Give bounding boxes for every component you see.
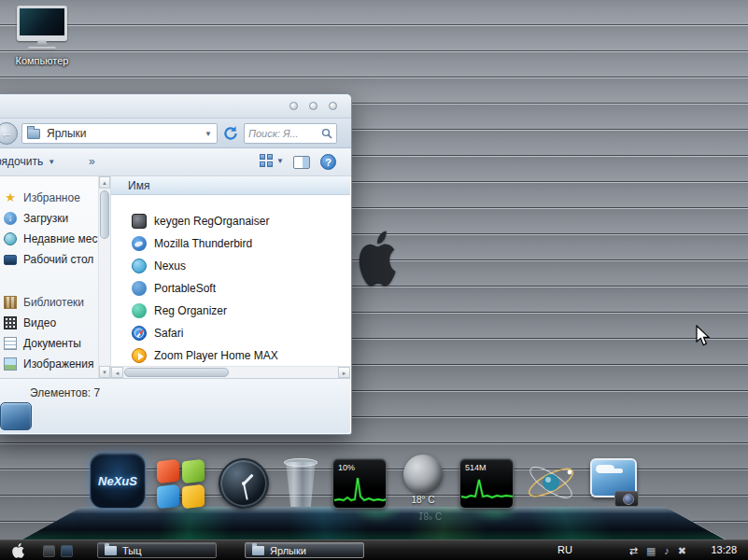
desktop-folder-icon (4, 255, 17, 265)
close-button[interactable] (329, 102, 337, 110)
sidebar-item-label: Избранное (23, 191, 80, 204)
maximize-button[interactable] (309, 102, 318, 110)
sidebar-item-label: Рабочий стол (23, 253, 93, 266)
sidebar-item-pictures[interactable]: Изображения (0, 354, 110, 374)
refresh-button[interactable] (222, 125, 239, 142)
dock-item-cpu-meter[interactable]: 10% (332, 458, 387, 509)
organize-button[interactable]: рядочить ▼ (0, 155, 55, 168)
desktop-icon-computer[interactable]: Компьютер (6, 6, 78, 66)
clock-minute-hand (243, 483, 248, 500)
window-titlebar[interactable] (0, 94, 351, 119)
sidebar-item-recent-places[interactable]: Недавние мест (0, 229, 110, 249)
file-list-item[interactable]: Safari (111, 322, 350, 344)
quick-launch-icon-1[interactable] (43, 545, 55, 557)
sidebar-item-label: Загрузки (23, 212, 68, 225)
chevron-down-icon[interactable]: ▼ (205, 130, 212, 138)
tray-remove-device-icon[interactable]: ✖ (678, 545, 686, 557)
taskbar-button-tyts[interactable]: Тыц (97, 542, 217, 558)
file-list-item[interactable]: PortableSoft (111, 277, 350, 300)
dock-item-recycle-bin[interactable] (280, 456, 321, 509)
search-icon (321, 128, 332, 139)
dock-item-ram-meter[interactable]: 514M (459, 458, 514, 509)
sidebar-item-downloads[interactable]: ↓ Загрузки (0, 208, 110, 229)
desktop-root: Компьютер ← Ярлыки ▼ (0, 0, 748, 560)
app-icon-nexus (132, 259, 147, 273)
scroll-down-button[interactable]: ▼ (99, 366, 110, 378)
chevron-down-icon: ▼ (48, 158, 55, 166)
status-text: Элементов: 7 (30, 386, 100, 399)
nexus-logo-label: NeXuS (98, 474, 137, 488)
file-list-item[interactable]: Nexus (111, 255, 350, 277)
star-icon: ★ (4, 191, 17, 204)
ram-value: 514M (465, 463, 487, 472)
chevron-down-icon: ▼ (276, 157, 284, 165)
dock-item-gallery[interactable] (588, 456, 641, 509)
taskbar: Тыц Ярлыки RU ⇄ ▦ ♪ ✖ 13:28 (0, 539, 748, 560)
file-name: keygen RegOrganaiser (154, 215, 269, 228)
toolbar-overflow-chevron[interactable]: » (89, 155, 95, 168)
app-icon-reg-organizer (132, 303, 147, 318)
sidebar-scrollbar[interactable]: ▲ ▼ (98, 176, 110, 378)
windows-logo-icon (157, 459, 179, 484)
scroll-up-button[interactable]: ▲ (99, 176, 110, 189)
help-button[interactable]: ? (320, 154, 336, 170)
sidebar-section-favorites[interactable]: ★ Избранное (0, 188, 110, 208)
file-name: PortableSoft (154, 282, 216, 295)
search-input[interactable] (248, 128, 321, 139)
search-box (244, 123, 337, 144)
navigation-bar: ← Ярлыки ▼ (0, 119, 351, 148)
taskbar-button-yarlyki[interactable]: Ярлыки (245, 542, 364, 558)
horizontal-scrollbar[interactable]: ◂ ▸ (111, 366, 350, 378)
navigation-pane: ★ Избранное ↓ Загрузки Недавние мест Раб… (0, 176, 111, 378)
dock-item-weather[interactable]: 18° C (398, 455, 448, 509)
dock-item-clock[interactable] (219, 458, 269, 509)
system-tray: ⇄ ▦ ♪ ✖ (629, 543, 686, 558)
cpu-meter-reflection (352, 510, 402, 523)
file-name: Mozilla Thunderbird (154, 237, 252, 250)
change-view-button[interactable]: ▼ (260, 154, 284, 168)
sidebar-item-documents[interactable]: Документы (0, 333, 110, 354)
folder-icon (252, 546, 264, 555)
back-button[interactable]: ← (0, 122, 18, 145)
dock: NeXuS 10% 18° C 514M (90, 452, 641, 509)
minimize-button[interactable] (289, 102, 298, 110)
desktop-icon-label: Компьютер (6, 55, 78, 66)
file-list-item[interactable]: Mozilla Thunderbird (111, 232, 350, 255)
scroll-left-button[interactable]: ◂ (111, 367, 123, 378)
file-name: Safari (154, 327, 183, 340)
breadcrumb[interactable]: Ярлыки ▼ (21, 123, 218, 144)
taskbar-clock[interactable]: 13:28 (711, 544, 737, 555)
sidebar-item-desktop[interactable]: Рабочий стол (0, 249, 110, 270)
breadcrumb-label: Ярлыки (47, 127, 87, 140)
documents-icon (4, 337, 17, 350)
organize-label: рядочить (0, 155, 43, 168)
pictures-icon (4, 357, 17, 371)
scroll-thumb[interactable] (100, 190, 109, 239)
dock-item-network[interactable] (525, 456, 577, 509)
ram-meter-reflection (470, 510, 520, 523)
scroll-right-button[interactable]: ▸ (338, 367, 350, 378)
column-header-name[interactable]: Имя (111, 176, 350, 195)
file-list-item[interactable]: Zoom Player Home MAX (111, 344, 350, 366)
file-list-item[interactable]: Reg Organizer (111, 300, 350, 322)
tray-arrows-icon[interactable]: ⇄ (629, 545, 638, 557)
scroll-thumb[interactable] (124, 368, 229, 377)
quick-launch-icon-2[interactable] (61, 545, 73, 557)
sidebar-item-videos[interactable]: Видео (0, 313, 110, 333)
preview-pane-button[interactable] (293, 156, 310, 169)
grid-view-icon (260, 154, 274, 168)
sidebar-section-libraries[interactable]: Библиотеки (0, 292, 110, 313)
file-name: Nexus (154, 259, 186, 273)
cpu-value: 10% (338, 463, 355, 472)
start-button-apple-icon[interactable] (11, 543, 25, 558)
tray-sound-icon[interactable]: ♪ (664, 545, 670, 556)
ram-graph-icon (460, 472, 514, 506)
camera-icon (614, 491, 639, 507)
status-bar: Элементов: 7 (0, 378, 350, 433)
recent-places-icon (4, 232, 17, 245)
file-list-item[interactable]: keygen RegOrganaiser (111, 210, 350, 232)
dock-item-windows[interactable] (157, 458, 207, 509)
tray-grid-icon[interactable]: ▦ (646, 545, 656, 557)
language-indicator[interactable]: RU (557, 544, 572, 555)
dock-item-nexus[interactable]: NeXuS (90, 453, 146, 509)
